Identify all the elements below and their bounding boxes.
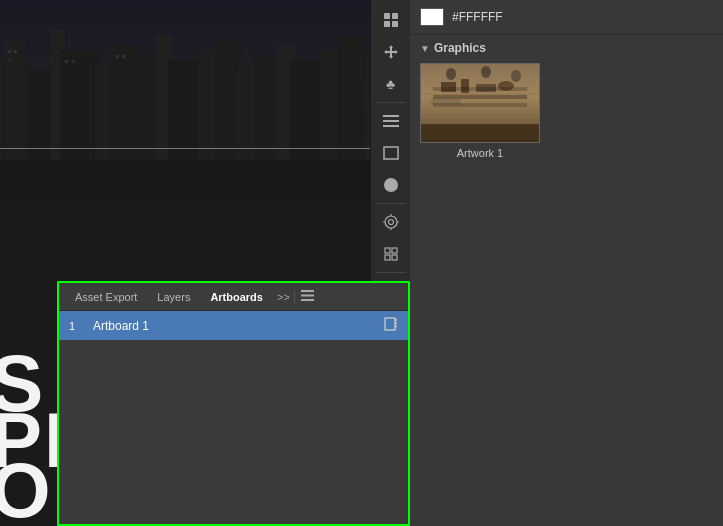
svg-rect-69 [301, 295, 314, 297]
move-icon[interactable] [373, 36, 409, 68]
skyline-graphic [0, 0, 370, 200]
svg-rect-48 [392, 255, 397, 260]
svg-point-39 [385, 216, 397, 228]
bottom-panel: Asset Export Layers Artboards >> 1 Artbo… [57, 281, 410, 526]
svg-rect-20 [8, 50, 11, 53]
menu-lines-icon[interactable] [373, 105, 409, 137]
svg-rect-45 [385, 248, 390, 253]
more-label: >> [277, 291, 290, 303]
color-field: #FFFFFF [410, 0, 723, 35]
svg-rect-22 [8, 58, 11, 61]
svg-rect-61 [476, 84, 496, 92]
shape-icon[interactable]: ♣ [373, 68, 409, 100]
svg-rect-47 [385, 255, 390, 260]
transform-icon[interactable] [373, 206, 409, 238]
canvas-divider-line [0, 148, 370, 149]
svg-rect-71 [385, 318, 395, 330]
panel-content: 1 Artboard 1 [59, 311, 408, 524]
graphics-grid: Artwork 1 [420, 63, 713, 159]
table-visual [421, 64, 539, 142]
svg-rect-26 [122, 55, 125, 58]
graphics-section-header[interactable]: ▼ Graphics [420, 41, 713, 55]
svg-rect-29 [0, 182, 370, 183]
toolbar-divider-3 [376, 272, 406, 273]
rect-tool-icon[interactable] [373, 137, 409, 169]
graphic-thumbnail [420, 63, 540, 143]
artboard-number: 1 [69, 320, 83, 332]
svg-rect-36 [383, 125, 399, 127]
panel-menu-icon[interactable] [301, 289, 314, 304]
tab-more-button[interactable]: >> [277, 291, 290, 303]
panel-tabs-bar: Asset Export Layers Artboards >> [59, 283, 408, 311]
graphics-section-label: Graphics [434, 41, 486, 55]
svg-rect-60 [461, 79, 469, 93]
svg-rect-25 [116, 55, 119, 58]
svg-rect-70 [301, 299, 314, 301]
graphic-label: Artwork 1 [457, 147, 503, 159]
svg-rect-30 [384, 13, 390, 19]
toolbar-divider-1 [376, 102, 406, 103]
svg-point-65 [481, 66, 491, 78]
svg-rect-21 [14, 50, 17, 53]
svg-rect-63 [431, 99, 461, 105]
svg-rect-35 [383, 120, 399, 122]
tab-divider [294, 290, 295, 304]
color-hex-value: #FFFFFF [452, 10, 503, 24]
svg-rect-46 [392, 248, 397, 253]
svg-rect-32 [384, 21, 390, 27]
layers-tool-icon[interactable] [373, 238, 409, 270]
collapse-arrow-icon: ▼ [420, 43, 430, 54]
svg-point-66 [511, 70, 521, 82]
svg-rect-27 [0, 160, 370, 200]
svg-rect-68 [301, 290, 314, 292]
artboard-name: Artboard 1 [93, 319, 374, 333]
svg-rect-67 [421, 124, 540, 143]
toolbar-divider-2 [376, 203, 406, 204]
tab-artboards[interactable]: Artboards [200, 287, 273, 307]
artboard-add-icon[interactable] [384, 317, 398, 334]
tab-asset-export[interactable]: Asset Export [65, 287, 147, 307]
svg-rect-37 [384, 147, 398, 159]
color-swatch[interactable] [420, 8, 444, 26]
svg-rect-24 [72, 60, 75, 63]
svg-rect-28 [0, 175, 370, 177]
svg-point-40 [388, 220, 393, 225]
svg-point-62 [498, 81, 514, 91]
graphic-item[interactable]: Artwork 1 [420, 63, 540, 159]
right-panel: #FFFFFF ▼ Graphics [410, 0, 723, 526]
svg-point-38 [384, 178, 398, 192]
tab-layers[interactable]: Layers [147, 287, 200, 307]
svg-rect-34 [383, 115, 399, 117]
grid-icon[interactable] [373, 4, 409, 36]
svg-rect-31 [392, 13, 398, 19]
graphics-section: ▼ Graphics [410, 35, 723, 165]
svg-point-64 [446, 68, 456, 80]
svg-rect-33 [392, 21, 398, 27]
svg-rect-23 [65, 60, 68, 63]
artboard-row[interactable]: 1 Artboard 1 [59, 311, 408, 340]
circle-tool-icon[interactable] [373, 169, 409, 201]
svg-rect-59 [441, 82, 456, 92]
